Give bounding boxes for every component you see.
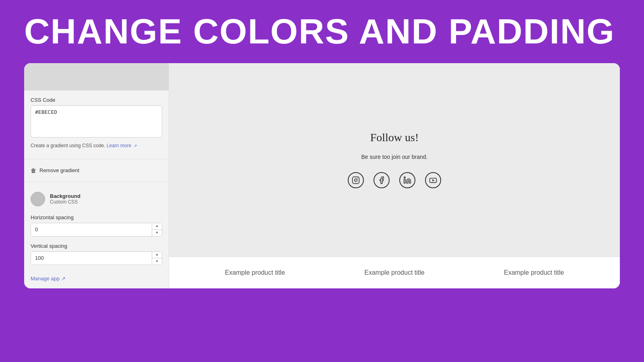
linkedin-icon-button[interactable] bbox=[399, 172, 415, 188]
horizontal-spacing-input[interactable] bbox=[31, 223, 152, 236]
trash-icon: 🗑 bbox=[31, 167, 36, 174]
youtube-svg bbox=[429, 176, 437, 184]
background-section: Background Custom CSS bbox=[24, 187, 169, 211]
youtube-icon-button[interactable] bbox=[425, 172, 441, 188]
divider-2 bbox=[24, 182, 169, 182]
manage-app-link[interactable]: Manage app ↗ bbox=[31, 276, 66, 282]
product-item-1: Example product title bbox=[185, 265, 325, 280]
facebook-icon-button[interactable] bbox=[374, 172, 390, 188]
background-labels: Background Custom CSS bbox=[50, 193, 80, 205]
instagram-icon-button[interactable] bbox=[348, 172, 364, 188]
follow-subtitle: Be sure too join our brand. bbox=[361, 154, 428, 160]
manage-app-external-icon: ↗ bbox=[61, 276, 66, 282]
color-swatch[interactable] bbox=[31, 192, 45, 206]
css-code-input[interactable] bbox=[31, 105, 162, 138]
horizontal-spinners: ▲ ▼ bbox=[152, 223, 162, 236]
css-code-section: CSS Code Create a gradient using CSS cod… bbox=[24, 97, 169, 154]
divider-1 bbox=[24, 159, 169, 159]
background-title: Background bbox=[50, 193, 80, 199]
follow-title: Follow us! bbox=[370, 131, 419, 144]
vertical-spacing-label: Vertical spacing bbox=[31, 243, 162, 249]
product-item-2: Example product title bbox=[325, 265, 464, 280]
horizontal-spacing-section: Horizontal spacing ▲ ▼ bbox=[24, 211, 169, 240]
manage-app-label: Manage app bbox=[31, 276, 60, 282]
learn-more-link[interactable]: Learn more ↗ bbox=[107, 143, 137, 148]
linkedin-svg bbox=[403, 176, 411, 184]
horizontal-increment-button[interactable]: ▲ bbox=[152, 223, 162, 230]
horizontal-spacing-input-wrapper: ▲ ▼ bbox=[31, 223, 162, 237]
css-code-label: CSS Code bbox=[31, 97, 162, 103]
vertical-increment-button[interactable]: ▲ bbox=[152, 252, 162, 258]
vertical-spacing-input-wrapper: ▲ ▼ bbox=[31, 251, 162, 265]
preview-area: Follow us! Be sure too join our brand. bbox=[169, 63, 620, 257]
page-title: CHANGE COLORS AND PADDING bbox=[0, 0, 644, 63]
vertical-spacing-section: Vertical spacing ▲ ▼ bbox=[24, 240, 169, 268]
product-item-3: Example product title bbox=[464, 265, 604, 280]
remove-gradient-button[interactable]: 🗑 Remove gradient bbox=[24, 164, 169, 177]
svg-rect-0 bbox=[353, 177, 359, 184]
background-subtitle: Custom CSS bbox=[50, 199, 80, 205]
vertical-spinners: ▲ ▼ bbox=[152, 252, 162, 265]
svg-rect-2 bbox=[404, 179, 405, 183]
external-link-icon: ↗ bbox=[134, 144, 137, 148]
facebook-svg bbox=[378, 176, 386, 184]
horizontal-decrement-button[interactable]: ▼ bbox=[152, 230, 162, 236]
horizontal-spacing-label: Horizontal spacing bbox=[31, 214, 162, 220]
color-preview-box bbox=[24, 63, 169, 90]
left-panel: CSS Code Create a gradient using CSS cod… bbox=[24, 63, 169, 288]
remove-gradient-label: Remove gradient bbox=[39, 167, 79, 173]
social-icons-row bbox=[348, 172, 441, 188]
gradient-hint: Create a gradient using CSS code. Learn … bbox=[31, 142, 162, 149]
vertical-decrement-button[interactable]: ▼ bbox=[152, 258, 162, 265]
manage-app-section: Manage app ↗ bbox=[24, 268, 169, 288]
main-container: CSS Code Create a gradient using CSS cod… bbox=[24, 63, 620, 288]
svg-marker-5 bbox=[432, 179, 434, 182]
instagram-svg bbox=[352, 176, 360, 184]
svg-point-3 bbox=[404, 177, 405, 178]
right-panel: Follow us! Be sure too join our brand. bbox=[169, 63, 620, 288]
vertical-spacing-input[interactable] bbox=[31, 252, 152, 264]
products-row: Example product title Example product ti… bbox=[169, 257, 620, 288]
